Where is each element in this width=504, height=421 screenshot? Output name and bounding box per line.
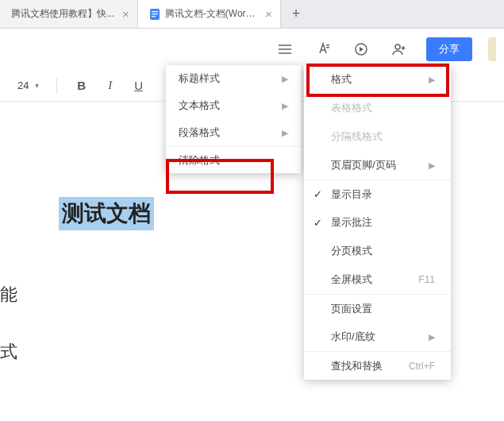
new-tab-button[interactable]: +	[281, 6, 312, 22]
menu-item-show-toc[interactable]: ✓ 显示目录	[304, 180, 451, 208]
menu-item-page-setup[interactable]: 页面设置	[304, 294, 451, 323]
menu-item-watermark[interactable]: 水印/底纹 ▶	[304, 323, 451, 351]
divider	[56, 78, 57, 94]
menu-label: 分隔线格式	[331, 129, 383, 144]
close-icon[interactable]: ×	[122, 7, 129, 21]
menu-label: 显示批注	[331, 215, 372, 230]
menu-label: 页眉页脚/页码	[331, 158, 396, 172]
shortcut-label: Ctrl+F	[409, 361, 435, 372]
menu-item-text-format[interactable]: 文本格式 ▶	[166, 92, 301, 119]
style-submenu: 标题样式 ▶ 文本格式 ▶ 段落格式 ▶ 清除格式	[166, 65, 301, 173]
check-icon: ✓	[314, 217, 322, 229]
menu-item-header-footer[interactable]: 页眉页脚/页码 ▶	[304, 151, 451, 180]
chevron-right-icon: ▶	[282, 101, 288, 111]
menu-label: 分页模式	[331, 244, 372, 258]
font-size-value: 24	[17, 79, 29, 91]
app-topbar: 分享	[0, 29, 504, 70]
menu-label: 页面设置	[331, 302, 372, 316]
menu-item-find-replace[interactable]: 查找和替换 Ctrl+F	[304, 351, 451, 380]
chevron-right-icon: ▶	[282, 74, 288, 84]
truncated-text: 能	[0, 283, 17, 307]
browser-tab-active[interactable]: 腾讯文档-文档(Word)使... ×	[138, 0, 281, 28]
svg-rect-5	[326, 47, 329, 48]
chevron-right-icon: ▶	[282, 128, 288, 138]
browser-tab[interactable]: 腾讯文档使用教程】快... ×	[0, 0, 138, 28]
italic-button[interactable]: I	[98, 75, 122, 97]
menu-item-format[interactable]: 格式 ▶	[304, 65, 451, 94]
menu-label: 文本格式	[179, 98, 220, 113]
menu-label: 表格格式	[331, 101, 372, 115]
menu-label: 全屏模式	[331, 272, 372, 287]
truncated-text: 式	[0, 340, 17, 364]
check-icon: ✓	[314, 188, 322, 200]
menu-label: 标题样式	[179, 71, 220, 86]
menu-item-paged-mode[interactable]: 分页模式	[304, 237, 451, 265]
menu-item-fullscreen[interactable]: 全屏模式 F11	[304, 265, 451, 294]
menu-item-divider-format: 分隔线格式	[304, 122, 451, 151]
add-user-icon[interactable]	[388, 41, 410, 57]
text-style-icon[interactable]	[312, 41, 334, 57]
chevron-right-icon: ▶	[429, 332, 435, 342]
tab-title: 腾讯文档使用教程】快...	[11, 7, 114, 21]
tab-title: 腾讯文档-文档(Word)使...	[165, 7, 257, 21]
avatar[interactable]	[488, 37, 496, 61]
menu-label: 查找和替换	[331, 359, 383, 373]
menu-label: 格式	[331, 72, 352, 87]
svg-rect-1	[152, 11, 158, 12]
font-size-selector[interactable]: 24 ▾	[13, 79, 44, 91]
svg-rect-3	[152, 16, 156, 17]
menu-label: 清除格式	[179, 153, 220, 168]
menu-item-table-format: 表格格式	[304, 94, 451, 122]
menu-item-paragraph-format[interactable]: 段落格式 ▶	[166, 119, 301, 146]
chevron-right-icon: ▶	[429, 160, 435, 171]
menu-label: 水印/底纹	[331, 330, 375, 344]
svg-rect-2	[152, 14, 158, 14]
share-button[interactable]: 分享	[426, 37, 472, 61]
menu-label: 段落格式	[179, 126, 220, 140]
shortcut-label: F11	[418, 274, 435, 285]
underline-button[interactable]: U	[127, 75, 151, 97]
menu-label: 显示目录	[331, 187, 372, 202]
docs-icon	[149, 9, 160, 20]
svg-rect-4	[326, 44, 329, 46]
bold-button[interactable]: B	[70, 75, 94, 97]
menu-item-clear-format[interactable]: 清除格式	[166, 146, 301, 173]
chevron-down-icon: ▾	[35, 81, 39, 90]
close-icon[interactable]: ×	[265, 7, 272, 21]
play-icon[interactable]	[350, 41, 372, 57]
selected-document-text[interactable]: 测试文档	[59, 197, 154, 230]
svg-point-7	[395, 44, 400, 49]
menu-icon[interactable]	[274, 41, 296, 57]
browser-tab-bar: 腾讯文档使用教程】快... × 腾讯文档-文档(Word)使... × +	[0, 0, 504, 29]
menu-item-show-comments[interactable]: ✓ 显示批注	[304, 208, 451, 237]
format-menu: 格式 ▶ 表格格式 分隔线格式 页眉页脚/页码 ▶ ✓ 显示目录 ✓ 显示批注 …	[304, 65, 451, 380]
menu-item-heading-style[interactable]: 标题样式 ▶	[166, 65, 301, 92]
chevron-right-icon: ▶	[429, 75, 435, 85]
